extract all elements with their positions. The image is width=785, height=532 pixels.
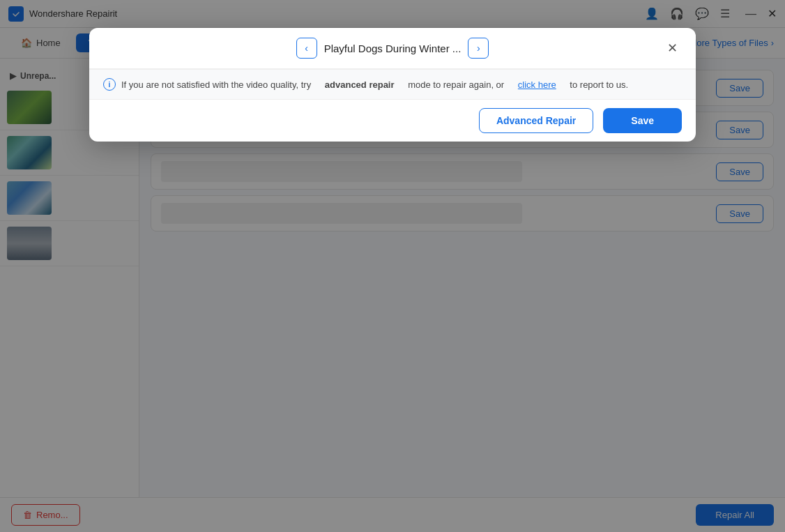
modal-info-bar: i If you are not satisfied with the vide… — [89, 69, 696, 99]
chevron-left-icon: ‹ — [305, 43, 308, 54]
advanced-repair-button[interactable]: Advanced Repair — [479, 108, 593, 133]
modal-nav: ‹ Playful Dogs During Winter ... › — [123, 38, 662, 59]
prev-button[interactable]: ‹ — [296, 38, 317, 59]
info-bold-text: advanced repair — [325, 79, 395, 90]
save-modal-button[interactable]: Save — [603, 108, 682, 133]
click-here-link[interactable]: click here — [518, 79, 556, 90]
info-suffix: to report to us. — [570, 79, 628, 90]
modal-footer: Advanced Repair Save — [89, 99, 696, 142]
modal-header: ‹ Playful Dogs During Winter ... › ✕ — [89, 28, 696, 69]
info-prefix: If you are not satisfied with the video … — [121, 79, 311, 90]
info-icon: i — [103, 78, 116, 91]
preview-modal: ‹ Playful Dogs During Winter ... › ✕ — [89, 28, 696, 142]
next-button[interactable]: › — [468, 38, 489, 59]
modal-overlay: ‹ Playful Dogs During Winter ... › ✕ — [0, 0, 785, 532]
close-modal-button[interactable]: ✕ — [662, 38, 682, 58]
modal-title: Playful Dogs During Winter ... — [324, 43, 462, 54]
chevron-right-icon: › — [477, 43, 480, 54]
info-middle: mode to repair again, or — [408, 79, 504, 90]
